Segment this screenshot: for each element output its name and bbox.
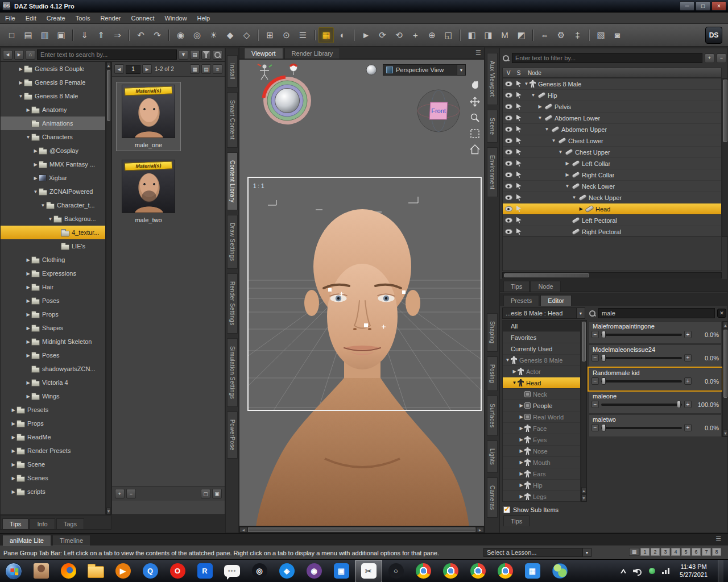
menu-item[interactable]: Create: [42, 13, 71, 23]
visibility-eye-icon[interactable]: [505, 206, 512, 211]
frame-icon[interactable]: ⊞: [262, 27, 278, 43]
menu-item[interactable]: File: [0, 13, 20, 23]
content-tree-item[interactable]: Scenes: [1, 471, 105, 485]
category-row[interactable]: Face: [503, 423, 580, 434]
content-tree-item[interactable]: Props: [1, 417, 105, 430]
expand-arrow[interactable]: [571, 195, 577, 200]
content-tree-item[interactable]: Poses: [1, 294, 105, 307]
visibility-eye-icon[interactable]: [505, 93, 512, 98]
scene-node-row[interactable]: Right Collar: [503, 169, 721, 181]
twist-tool-icon[interactable]: ⟲: [391, 27, 407, 43]
show-desktop-button[interactable]: [718, 560, 723, 582]
pager-number[interactable]: 3: [661, 548, 670, 556]
visibility-eye-icon[interactable]: [505, 172, 512, 177]
scene-horizontal-scrollbar[interactable]: [502, 272, 722, 278]
content-tree-item[interactable]: Genesis 8 Male: [1, 89, 105, 103]
content-tree-item[interactable]: Character_t...: [1, 198, 105, 212]
open-file-icon[interactable]: ▤: [20, 27, 36, 43]
scene-node-row[interactable]: Left Pectoral: [503, 215, 721, 226]
joint-editor-icon[interactable]: ‡: [570, 27, 585, 43]
content-tree-item[interactable]: Props: [1, 307, 105, 321]
slider-handle[interactable]: [677, 401, 681, 408]
selection-pointer-icon[interactable]: [516, 92, 522, 99]
expand-arrow[interactable]: [18, 94, 24, 99]
collapse-all-button[interactable]: −: [717, 53, 726, 63]
up-directory-button[interactable]: ⌂: [26, 50, 35, 60]
asset-thumbnail[interactable]: Material(s) male_one: [117, 82, 180, 151]
expand-arrow[interactable]: [25, 353, 31, 358]
expand-arrow[interactable]: [518, 437, 524, 442]
expand-arrow[interactable]: [10, 462, 16, 467]
content-tree-item[interactable]: Anatomy: [1, 103, 105, 117]
expand-arrow[interactable]: [25, 394, 31, 399]
expand-arrow[interactable]: [537, 115, 543, 120]
content-tree-item[interactable]: Hair: [1, 280, 105, 294]
slider-increment-button[interactable]: [684, 331, 692, 338]
expand-arrow[interactable]: [18, 66, 24, 72]
texture-atlas-icon[interactable]: ▦: [318, 27, 334, 43]
tab-cameras[interactable]: Cameras: [487, 477, 498, 518]
taskbar-user-photo[interactable]: [27, 560, 55, 582]
expand-arrow[interactable]: [518, 403, 524, 408]
geometry-editor-icon[interactable]: ◩: [514, 27, 529, 43]
scroll-right-arrow[interactable]: ►: [476, 527, 484, 533]
taskbar-photos[interactable]: ▣: [328, 560, 355, 582]
category-row[interactable]: Head: [503, 377, 580, 389]
content-search-input[interactable]: [37, 49, 177, 60]
redo-icon[interactable]: ↷: [150, 27, 165, 43]
pager-number[interactable]: 6: [692, 548, 701, 556]
category-row[interactable]: Real World: [503, 411, 580, 423]
category-row[interactable]: People: [503, 400, 580, 411]
slider-increment-button[interactable]: [684, 424, 692, 431]
keyboard-icon[interactable]: ▦: [629, 548, 639, 556]
nav-forward-button[interactable]: ►: [14, 50, 24, 60]
taskbar-media-player[interactable]: ▶: [109, 560, 136, 582]
slider-decrement-button[interactable]: [592, 377, 599, 385]
start-button[interactable]: [0, 560, 27, 582]
expand-arrow[interactable]: [518, 426, 524, 431]
taskbar-tor[interactable]: ◉: [300, 560, 328, 582]
tab-shaping[interactable]: Shaping: [487, 313, 498, 352]
expand-arrow[interactable]: [511, 369, 518, 374]
expand-arrow[interactable]: [25, 135, 31, 140]
selection-pointer-icon[interactable]: [516, 194, 522, 201]
pane-tab[interactable]: Tips: [503, 516, 530, 526]
scroll-up-arrow[interactable]: ▲: [723, 322, 728, 329]
content-tree-item[interactable]: Genesis 8 Couple: [1, 62, 105, 76]
pager-number[interactable]: 1: [640, 548, 650, 556]
pager-number[interactable]: 7: [702, 548, 711, 556]
visibility-eye-icon[interactable]: [505, 104, 512, 109]
visibility-eye-icon[interactable]: [505, 161, 512, 166]
slider-track[interactable]: [601, 334, 682, 336]
pane-tab[interactable]: Presets: [503, 295, 539, 306]
measure-icon[interactable]: M: [497, 27, 512, 43]
shaded-sphere-icon[interactable]: [366, 65, 377, 75]
slider-increment-button[interactable]: [684, 401, 692, 408]
scene-node-row[interactable]: Chest Lower: [503, 135, 721, 147]
large-view-icon[interactable]: ▤: [201, 64, 211, 74]
volume-icon[interactable]: [633, 568, 642, 575]
create-spotlight-icon[interactable]: ◎: [189, 27, 205, 43]
categories-scrollbar[interactable]: ▲ ▼: [581, 320, 587, 502]
tray-utility-icon[interactable]: [649, 568, 655, 574]
expand-arrow[interactable]: [504, 357, 511, 363]
content-tree-item[interactable]: ZCNAIPowered: [1, 185, 105, 198]
scene-node-row[interactable]: Pelvis: [503, 101, 721, 113]
view-cube[interactable]: Front: [417, 90, 460, 132]
category-row[interactable]: Hip: [503, 480, 580, 491]
pager-number[interactable]: 4: [671, 548, 680, 556]
parameter-search-input[interactable]: [598, 308, 715, 318]
menu-item[interactable]: Tools: [71, 13, 96, 23]
expand-arrow[interactable]: [523, 81, 530, 86]
maximize-button[interactable]: □: [696, 1, 710, 11]
taskbar-earth[interactable]: [546, 560, 573, 582]
category-row[interactable]: Actor: [503, 366, 580, 377]
viewport[interactable]: Front: [239, 59, 485, 526]
scroll-down-arrow[interactable]: ▼: [581, 494, 586, 501]
tray-expand-icon[interactable]: [621, 569, 626, 573]
expand-arrow[interactable]: [518, 483, 524, 488]
sliders-scrollbar[interactable]: ▲ ▼: [722, 321, 728, 437]
expand-arrow[interactable]: [518, 460, 524, 465]
taskbar-photos-2[interactable]: ▦: [519, 560, 546, 582]
pane-tab[interactable]: Timeline: [52, 535, 90, 546]
